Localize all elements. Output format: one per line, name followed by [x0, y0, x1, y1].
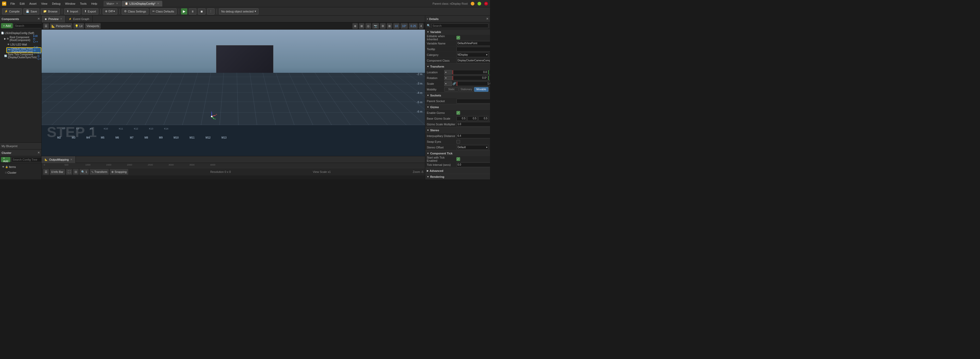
menu-tools[interactable]: Tools	[78, 2, 89, 6]
component-class-dropdown[interactable]: DisplayClusterCameraComponent ▾	[457, 58, 490, 63]
location-x-input[interactable]	[453, 70, 488, 75]
menu-file[interactable]: File	[8, 2, 17, 6]
location-y-input[interactable]	[488, 70, 490, 75]
components-add-button[interactable]: + Add	[1, 23, 13, 29]
transform-section-header[interactable]: ▼ Transform	[425, 64, 490, 70]
snapping-button[interactable]: ⊕ Snapping	[110, 169, 128, 175]
output-mapping-close[interactable]: ✕	[70, 158, 72, 161]
viewport-viewports[interactable]: Viewports	[85, 23, 101, 29]
tab-preview[interactable]: ◉ Preview ✕	[41, 16, 65, 22]
info-bar-button[interactable]: ℹ Info Bar	[50, 169, 65, 175]
output-zoom-btn[interactable]: 🔍 1	[80, 169, 89, 175]
tree-item-root[interactable]: ▶ ⚙ Root Component (RootComponent) Edit …	[3, 36, 41, 41]
gizmo-scale-z[interactable]	[479, 116, 488, 121]
cluster-add-button[interactable]: + Add	[1, 157, 10, 162]
compile-button[interactable]: ⚡ Compile	[2, 8, 22, 14]
minimize-button[interactable]: —	[471, 2, 474, 5]
tab-lsun[interactable]: 📋 LSUnDisplayConfig* ✕	[122, 1, 162, 6]
tree-item-sync[interactable]: 🔄 Sync Tick Component (DisplayClusterSyn…	[3, 53, 41, 59]
category-dropdown[interactable]: NDisplay ▾	[457, 52, 488, 57]
editable-checkbox[interactable]: ✓	[457, 36, 460, 40]
viewport-hamburger[interactable]: ☰	[43, 23, 49, 29]
start-tick-checkbox[interactable]: ✓	[457, 157, 460, 161]
stereo-section-header[interactable]: ▼ Stereo	[425, 127, 490, 133]
scale-x-input[interactable]	[457, 81, 490, 86]
vp-ctrl-5[interactable]: ⚙	[380, 23, 386, 29]
my-blueprint-tab[interactable]: My Blueprint	[2, 145, 18, 148]
gizmo-scale-x[interactable]	[457, 116, 466, 121]
tab-output-mapping[interactable]: 📐 OutputMapping ✕	[41, 156, 76, 163]
maximize-button[interactable]: □	[477, 2, 481, 5]
tab-lsun-close[interactable]: ✕	[157, 2, 159, 5]
tree-item-root-edit[interactable]: Edit in C++	[33, 35, 40, 43]
transform-button[interactable]: ⤡ Transform	[90, 169, 109, 175]
tab-event-graph[interactable]: ⚡ Event Graph	[65, 16, 92, 22]
viewport-area[interactable]: ☰ 📐 Perspective 💡 Lit Viewports	[41, 22, 425, 156]
menu-debug[interactable]: Debug	[50, 2, 62, 6]
browse-button[interactable]: 📁 Browse	[41, 8, 60, 14]
tab-main[interactable]: Main+ ✕	[103, 1, 121, 6]
vp-ctrl-1[interactable]: ⊕	[352, 23, 358, 29]
diff-button[interactable]: ⊕ Diff ▾	[103, 8, 117, 14]
component-tick-header[interactable]: ▼ Component Tick	[425, 151, 490, 156]
vp-num-1[interactable]: 10	[393, 23, 399, 29]
swap-eyes-checkbox[interactable]	[457, 140, 460, 143]
play-button[interactable]: ▶	[181, 8, 187, 14]
import-button[interactable]: ⬇ Import	[64, 8, 80, 14]
rendering-section-header[interactable]: ▼ Rendering	[425, 174, 490, 180]
menu-view[interactable]: View	[39, 2, 49, 6]
scale-type[interactable]: ▾	[444, 81, 452, 86]
cluster-items-row[interactable]: 👁 🔒 Items	[1, 164, 40, 170]
menu-help[interactable]: Help	[89, 2, 99, 6]
cluster-close[interactable]: ✕	[37, 151, 40, 154]
interpupillary-input[interactable]	[457, 133, 490, 138]
advanced-section-header[interactable]: ▶ Advanced	[425, 168, 490, 174]
vp-num-2[interactable]: 10°	[401, 23, 408, 29]
mobility-static[interactable]: Static	[444, 87, 458, 92]
pause-button[interactable]: ⏸	[189, 8, 196, 14]
menu-asset[interactable]: Asset	[27, 2, 39, 6]
tab-main-close[interactable]: ✕	[116, 2, 118, 5]
gizmo-scale-y[interactable]	[468, 116, 477, 121]
close-button[interactable]: ✕	[484, 2, 488, 5]
scale-lock-icon[interactable]: 🔗	[453, 82, 456, 85]
viewport-lit[interactable]: 💡 Lit	[73, 23, 84, 29]
menu-window[interactable]: Window	[63, 2, 77, 6]
tooltip-input[interactable]	[457, 47, 490, 51]
output-expand-btn[interactable]: ⛶	[66, 169, 72, 175]
mobility-stationary[interactable]: Stationary	[459, 87, 473, 92]
vp-ctrl-3[interactable]: ◎	[366, 23, 371, 29]
details-close[interactable]: ✕	[486, 17, 488, 21]
menu-edit[interactable]: Edit	[18, 2, 27, 6]
vp-num-4[interactable]: 4	[419, 23, 423, 29]
location-type[interactable]: ▾	[444, 70, 452, 75]
stop-button[interactable]: ⏹	[198, 8, 205, 14]
more-play-options[interactable]: ⋮	[207, 8, 215, 14]
rotation-type[interactable]: ▾	[444, 76, 452, 80]
details-search-input[interactable]	[431, 24, 488, 28]
tick-interval-input[interactable]	[457, 162, 490, 167]
variable-name-input[interactable]	[457, 41, 490, 46]
vp-num-3[interactable]: 0.25	[409, 23, 417, 29]
output-hamburger[interactable]: ☰	[43, 169, 49, 175]
vp-ctrl-2[interactable]: ⊞	[359, 23, 364, 29]
stereo-offset-dropdown[interactable]: Default ▾	[457, 145, 488, 150]
save-button[interactable]: 💾 Save	[24, 8, 39, 14]
tree-item-viewpoint[interactable]: 📷 Default View Point (DefaultViewPoint) …	[6, 47, 41, 53]
viewport-perspective[interactable]: 📐 Perspective	[50, 23, 72, 29]
rotation-x-input[interactable]	[453, 76, 488, 80]
sockets-section-header[interactable]: ▼ Sockets	[425, 92, 490, 98]
mobility-movable[interactable]: Movable	[474, 87, 488, 92]
gizmo-section-header[interactable]: ▼ Gizmo	[425, 104, 490, 110]
output-fit-btn[interactable]: ⊡	[73, 169, 78, 175]
enable-gizmo-checkbox[interactable]: ✓	[457, 111, 460, 114]
class-defaults-button[interactable]: ✏ Class Defaults	[150, 8, 177, 14]
vp-ctrl-4[interactable]: 📷	[372, 23, 379, 29]
cluster-item-cluster[interactable]: □ Cluster	[4, 170, 40, 175]
vp-grid-toggle[interactable]: ⊞	[387, 23, 392, 29]
debug-dropdown[interactable]: No debug object selected ▾	[219, 8, 259, 14]
parent-socket-input[interactable]	[457, 99, 490, 103]
variable-section-header[interactable]: ▼ Variable	[425, 29, 490, 35]
export-button[interactable]: ⬆ Export	[82, 8, 98, 14]
tab-preview-close[interactable]: ✕	[60, 17, 62, 20]
